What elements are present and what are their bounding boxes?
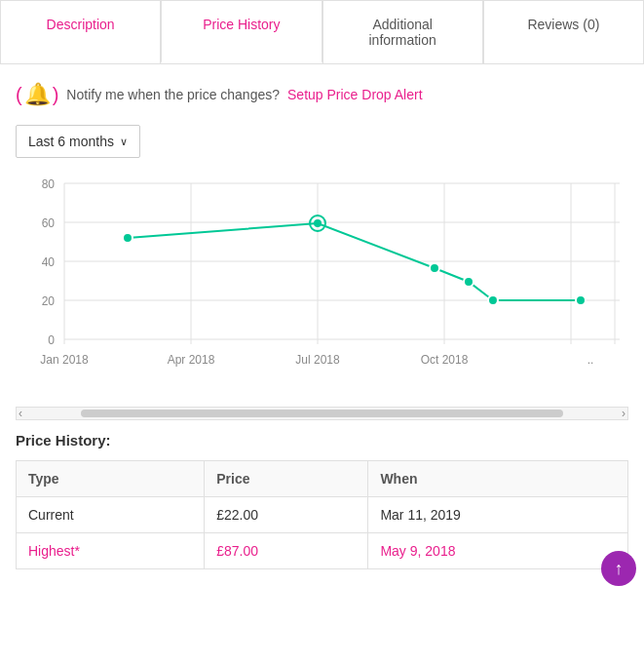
chevron-down-icon: ∨ [120, 136, 128, 148]
table-header-row: Type Price When [17, 461, 628, 497]
svg-point-21 [123, 233, 133, 243]
scroll-to-top-button[interactable]: ↑ [601, 551, 636, 581]
svg-point-24 [430, 263, 439, 273]
tab-description[interactable]: Description [0, 0, 161, 63]
notify-text: Notify me when the price changes? [66, 87, 280, 102]
scroll-left-arrow[interactable]: ‹ [19, 407, 22, 420]
svg-text:0: 0 [48, 333, 55, 347]
dropdown-label: Last 6 months [28, 134, 114, 149]
cell-type-1: Highest* [17, 533, 205, 569]
svg-text:..: .. [587, 353, 594, 367]
svg-text:Jul 2018: Jul 2018 [295, 353, 340, 367]
time-range-dropdown[interactable]: Last 6 months ∨ [16, 125, 140, 158]
svg-point-26 [488, 295, 498, 305]
table-row: Highest*£87.00May 9, 2018 [17, 533, 628, 569]
cell-when-1: May 9, 2018 [368, 533, 628, 569]
chart-scrollbar[interactable]: ‹ › [16, 407, 628, 420]
cell-type-0: Current [17, 497, 205, 533]
scroll-top-icon: ↑ [615, 559, 624, 579]
bell-animation-icon: ( 🔔 ) [16, 82, 58, 107]
cell-price-1: £87.00 [205, 533, 368, 569]
cell-price-0: £22.00 [205, 497, 368, 533]
svg-text:20: 20 [42, 294, 56, 308]
svg-point-25 [464, 277, 474, 287]
table-row: Current£22.00Mar 11, 2019 [17, 497, 628, 533]
svg-text:40: 40 [42, 255, 56, 269]
price-history-title: Price History: [16, 432, 628, 449]
svg-text:Apr 2018: Apr 2018 [168, 353, 215, 367]
price-chart-svg: 0 20 40 60 80 Jan 2018 Apr 2018 Jul 2018… [16, 174, 629, 388]
price-chart-container: 0 20 40 60 80 Jan 2018 Apr 2018 Jul 2018… [16, 174, 628, 391]
cell-when-0: Mar 11, 2019 [368, 497, 628, 533]
price-history-section: Price History: Type Price When Current£2… [0, 420, 644, 581]
svg-text:60: 60 [42, 216, 56, 230]
notify-bar: ( 🔔 ) Notify me when the price changes? … [0, 64, 644, 125]
svg-text:80: 80 [42, 177, 56, 191]
price-history-table: Type Price When Current£22.00Mar 11, 201… [16, 460, 628, 569]
col-when-header: When [368, 461, 628, 497]
tabs-bar: Description Price History Additional inf… [0, 0, 644, 64]
tab-additional-information[interactable]: Additional information [322, 0, 483, 63]
svg-point-23 [314, 219, 322, 227]
col-type-header: Type [17, 461, 205, 497]
scroll-right-arrow[interactable]: › [622, 407, 625, 420]
col-price-header: Price [205, 461, 368, 497]
scroll-thumb[interactable] [81, 410, 563, 417]
tab-reviews[interactable]: Reviews (0) [483, 0, 644, 63]
bell-icon-inner: 🔔 [24, 82, 51, 107]
svg-point-27 [576, 295, 586, 305]
svg-text:Jan 2018: Jan 2018 [40, 353, 89, 367]
svg-text:Oct 2018: Oct 2018 [421, 353, 469, 367]
tab-price-history[interactable]: Price History [161, 0, 322, 63]
setup-price-drop-link[interactable]: Setup Price Drop Alert [287, 87, 423, 102]
